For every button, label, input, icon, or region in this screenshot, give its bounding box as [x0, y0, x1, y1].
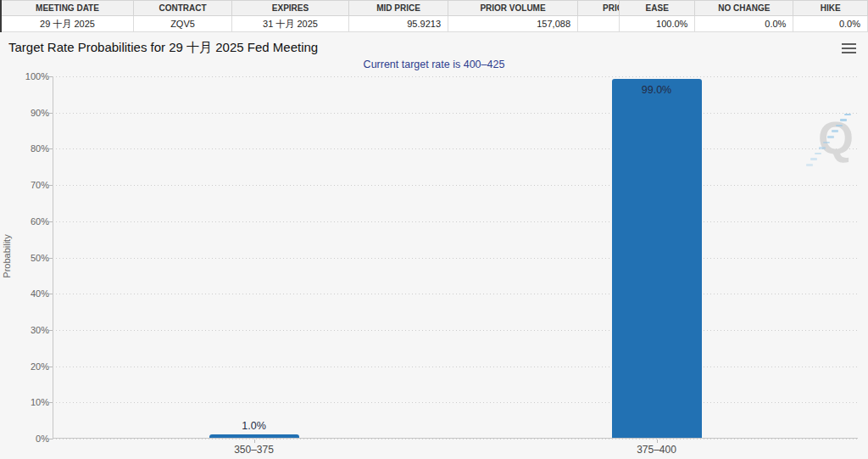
- y-axis-label-80: 80%: [0, 143, 49, 154]
- y-axis-label-100: 100%: [0, 71, 49, 81]
- y-tick: [49, 76, 53, 77]
- x-tick: [657, 439, 658, 443]
- prob-header-2: HIKE: [793, 1, 868, 16]
- summary-value-2: 31 十月 2025: [232, 16, 349, 32]
- x-axis-label-350–375: 350–375: [234, 444, 274, 456]
- summary-header-3: MID PRICE: [349, 1, 448, 16]
- summary-value-0: 29 十月 2025: [1, 16, 134, 32]
- bar-data-label: 99.0%: [642, 84, 671, 96]
- prob-header-0: EASE: [620, 1, 695, 16]
- plot-area: 1.0%350–37599.0%375–400: [53, 76, 858, 439]
- summary-value-1: ZQV5: [134, 16, 232, 32]
- gridline-60: [53, 221, 858, 222]
- hamburger-icon: [842, 43, 856, 46]
- y-tick: [49, 221, 53, 222]
- chart-title: Target Rate Probabilities for 29 十月 2025…: [8, 40, 318, 56]
- gridline-90: [53, 113, 858, 114]
- probability-bar-350–375[interactable]: [209, 434, 299, 438]
- chart-context-menu-button[interactable]: [840, 42, 857, 56]
- gridline-80: [53, 148, 858, 149]
- hamburger-icon: [842, 52, 856, 54]
- chart-subtitle: Current target rate is 400–425: [0, 59, 868, 70]
- prob-value-1: 0.0%: [695, 16, 793, 32]
- gridline-100: [53, 76, 858, 77]
- y-tick: [49, 439, 53, 439]
- gridline-20: [53, 367, 858, 367]
- prob-value-2: 0.0%: [793, 16, 868, 32]
- fedwatch-tool-screen: MEETING DATECONTRACTEXPIRESMID PRICEPRIO…: [0, 0, 868, 459]
- y-tick: [49, 402, 53, 403]
- y-tick: [49, 330, 53, 331]
- prob-value-0: 100.0%: [620, 16, 695, 32]
- y-axis-label-10: 10%: [0, 397, 49, 407]
- prob-header-1: NO CHANGE: [695, 1, 793, 16]
- summary-header-4: PRIOR VOLUME: [448, 1, 578, 16]
- hamburger-icon: [842, 48, 856, 50]
- x-tick: [254, 439, 255, 443]
- y-axis-label-60: 60%: [0, 216, 49, 227]
- y-axis-label-20: 20%: [0, 361, 49, 372]
- summary-value-3: 95.9213: [349, 16, 448, 32]
- contract-summary-table: MEETING DATECONTRACTEXPIRESMID PRICEPRIO…: [0, 0, 666, 32]
- y-tick: [49, 258, 53, 259]
- y-tick: [49, 148, 53, 149]
- y-axis-label-50: 50%: [0, 253, 49, 263]
- gridline-10: [53, 402, 858, 403]
- gridline-70: [53, 185, 858, 186]
- summary-header-0: MEETING DATE: [1, 1, 134, 16]
- summary-header-1: CONTRACT: [134, 1, 232, 16]
- y-tick: [49, 294, 53, 294]
- y-tick: [49, 185, 53, 186]
- y-axis-label-30: 30%: [0, 325, 49, 335]
- y-axis-label-40: 40%: [0, 288, 49, 299]
- gridline-0: [53, 439, 858, 439]
- y-axis-label-0: 0%: [0, 434, 49, 444]
- summary-value-4: 157,088: [448, 16, 578, 32]
- gridline-30: [53, 330, 858, 331]
- probability-chart: Target Rate Probabilities for 29 十月 2025…: [0, 32, 868, 459]
- y-axis-labels: 0%10%20%30%40%50%60%70%80%90%100%: [0, 76, 49, 439]
- x-axis-label-375–400: 375–400: [637, 444, 676, 456]
- ease-nochange-hike-table: EASENO CHANGEHIKE100.0%0.0%0.0%: [619, 0, 868, 32]
- y-axis-label-90: 90%: [0, 108, 49, 118]
- bar-data-label: 1.0%: [242, 420, 266, 432]
- y-axis-label-70: 70%: [0, 180, 49, 190]
- gridline-50: [53, 258, 858, 259]
- summary-header-2: EXPIRES: [232, 1, 349, 16]
- y-tick: [49, 367, 53, 367]
- gridline-40: [53, 294, 858, 294]
- probability-bar-375–400[interactable]: [612, 79, 702, 438]
- y-tick: [49, 113, 53, 114]
